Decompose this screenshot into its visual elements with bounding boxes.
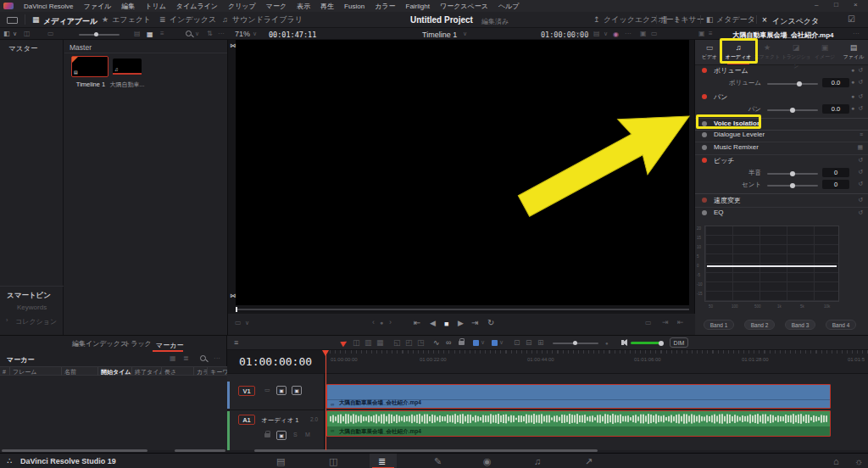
menu-edit[interactable]: 編集 (121, 2, 135, 11)
v1-enable-icon[interactable]: ▣ (292, 386, 302, 395)
marker-more-icon[interactable]: ··· (214, 355, 220, 362)
pitch-reset-icon[interactable]: ↺ (858, 157, 863, 164)
bin-master[interactable]: マスター (8, 44, 38, 54)
speaker-icon[interactable] (619, 339, 627, 346)
v1-auto-select-icon[interactable]: ▣ (276, 386, 287, 395)
a1-track-badge[interactable]: A1 (238, 415, 255, 425)
timeline-ruler[interactable]: 01:00:00:00 01:00:22:00 01:00:44:00 01:0… (325, 350, 868, 374)
tab-tracks[interactable]: トラック (124, 341, 152, 348)
viewer-still-icon[interactable]: ▣ (640, 31, 647, 37)
viewer-zoom-chevron-icon[interactable]: ∨ (253, 31, 257, 36)
selection-tool-icon[interactable]: ▶ (339, 337, 348, 348)
menu-clip[interactable]: クリップ (228, 2, 256, 11)
a1-lock-icon[interactable] (264, 433, 270, 437)
page-fusion-icon[interactable]: ✎ (434, 456, 442, 467)
pitch-semitones-slider[interactable] (767, 173, 818, 175)
thumbnail-view-icon[interactable]: ▦ (147, 31, 153, 38)
media-clip-video[interactable]: ♫ (113, 58, 142, 75)
pitch-cents-value[interactable]: 0 (822, 180, 849, 189)
viewer-opt2-chevron-icon[interactable]: ∨ (604, 31, 608, 36)
play-reverse-button[interactable]: ◀ (430, 320, 436, 327)
replace-clip-icon[interactable]: ◳ (417, 339, 425, 347)
eq-reset-icon[interactable]: ↺ (858, 209, 863, 216)
menu-playback[interactable]: 再生 (320, 2, 334, 11)
first-frame-button[interactable]: ⇤ (414, 319, 420, 327)
menu-mark[interactable]: マーク (266, 2, 287, 11)
collections-chevron-icon[interactable]: › (6, 317, 8, 323)
timeline-name-chevron-icon[interactable]: ∨ (463, 31, 467, 36)
eq-graph[interactable] (704, 226, 839, 302)
goto-out-icon[interactable]: ⇥ (662, 319, 669, 326)
speed-change-reset-icon[interactable]: ↺ (858, 197, 863, 203)
dual-monitor-icon[interactable] (7, 17, 18, 24)
filmstrip-view-icon[interactable]: ▤ (134, 31, 141, 37)
jog-right-icon[interactable]: › (389, 319, 392, 326)
marker-search-icon[interactable] (200, 355, 206, 361)
tab-edit-index[interactable]: 編集インデックス (72, 341, 127, 348)
bin-filter-icon[interactable]: ▭ (47, 31, 54, 37)
project-manager-icon[interactable]: ⌂ (833, 456, 839, 466)
sound-library-tab[interactable]: サウンドライブラリ (232, 16, 303, 24)
pitch-semitones-reset-icon[interactable]: ↺ (858, 169, 863, 176)
viewer-opt1-icon[interactable]: ▭ (574, 31, 581, 37)
menu-help[interactable]: ヘルプ (498, 2, 520, 11)
trim-tool-icon[interactable]: ◫ (353, 339, 360, 347)
page-edit-active-box[interactable]: ≣ (370, 454, 397, 468)
page-color-icon[interactable]: ◉ (483, 456, 492, 467)
clip-color-chevron-1-icon[interactable]: ∨ (481, 339, 485, 345)
page-media-icon[interactable]: ▤ (276, 456, 285, 467)
window-minimize-button[interactable]: – (815, 2, 818, 8)
bin-view-chevron-icon[interactable]: ∨ (13, 31, 17, 36)
tab-markers[interactable]: マーカー (156, 341, 183, 350)
volume-slider[interactable] (767, 83, 818, 85)
viewer-video-area[interactable] (236, 40, 689, 305)
play-button[interactable]: ▶ (458, 320, 464, 327)
loop-button[interactable]: ↻ (487, 319, 494, 327)
pan-row-icons[interactable]: ● ↺ (851, 93, 863, 100)
viewer-scrubber[interactable] (236, 309, 689, 310)
dim-button[interactable]: DIM (670, 337, 688, 348)
inspector-button[interactable]: インスペクタ (772, 16, 819, 27)
viewer-size-chevron-icon[interactable]: ∨ (245, 320, 249, 326)
bin-collections[interactable]: コレクション (15, 317, 57, 326)
media-clip-timeline-label[interactable]: Timeline 1 (71, 81, 110, 88)
pitch-cents-slider[interactable] (767, 185, 818, 187)
video-clip[interactable]: ∞ 大隅自動車展会場_会社紹介.mp4 (326, 384, 831, 409)
pitch-toggle[interactable] (702, 158, 707, 163)
dialogue-leveler-icon[interactable]: ≡ (860, 131, 863, 137)
v1-lock-icon[interactable]: ▭ (264, 387, 270, 393)
quick-export-button[interactable]: クイックエクスポート (604, 16, 682, 24)
thumb-size-slider[interactable] (79, 34, 120, 36)
smart-bin-label[interactable]: スマートビン (7, 291, 51, 301)
h-scrollbar-left[interactable] (2, 449, 147, 452)
checkbox-icon[interactable]: ☑ (848, 15, 855, 24)
zoom-search-icon[interactable]: ⊞ (537, 339, 544, 347)
window-maximize-button[interactable]: □ (834, 2, 838, 8)
eq-toggle[interactable] (702, 210, 707, 215)
tab-file[interactable]: ▤ ファイル (839, 40, 868, 65)
insert-clip-icon[interactable]: ◱ (393, 339, 401, 347)
metadata-button[interactable]: メタデータ (716, 16, 755, 24)
eq-band3-button[interactable]: Band 3 (785, 320, 815, 330)
timeline-options-icon[interactable]: ≡ (234, 339, 238, 347)
viewer-size-icon[interactable]: ▭ (235, 320, 242, 326)
link-clips-icon[interactable]: ∞ (446, 339, 451, 347)
pitch-semitones-value[interactable]: 0 (822, 168, 849, 177)
window-close-button[interactable]: × (854, 2, 858, 8)
v1-track-badge[interactable]: V1 (238, 386, 255, 396)
pan-slider-icons[interactable]: ● ↺ (851, 105, 863, 112)
marker-list-view-icon[interactable]: ≣ (183, 355, 189, 362)
eq-band2-button[interactable]: Band 2 (744, 320, 775, 330)
music-remixer-toggle[interactable] (702, 145, 707, 150)
volume-row-icons[interactable]: ● ↺ (851, 67, 863, 74)
clip-color-chevron-2-icon[interactable]: ∨ (499, 339, 504, 345)
timeline-volume-slider[interactable] (631, 342, 663, 344)
menu-workspace[interactable]: ワークスペース (440, 2, 488, 11)
pan-toggle[interactable] (702, 94, 707, 99)
a1-auto-select-icon[interactable]: ▣ (276, 431, 287, 440)
pan-slider[interactable] (767, 109, 818, 111)
marker-grid-view-icon[interactable]: ▦ (170, 355, 176, 362)
match-frame-icon[interactable]: ▭ (645, 320, 652, 326)
zoom-full-icon[interactable]: ⊡ (514, 339, 520, 347)
bin-nav-icon[interactable]: ◫ (24, 31, 31, 37)
